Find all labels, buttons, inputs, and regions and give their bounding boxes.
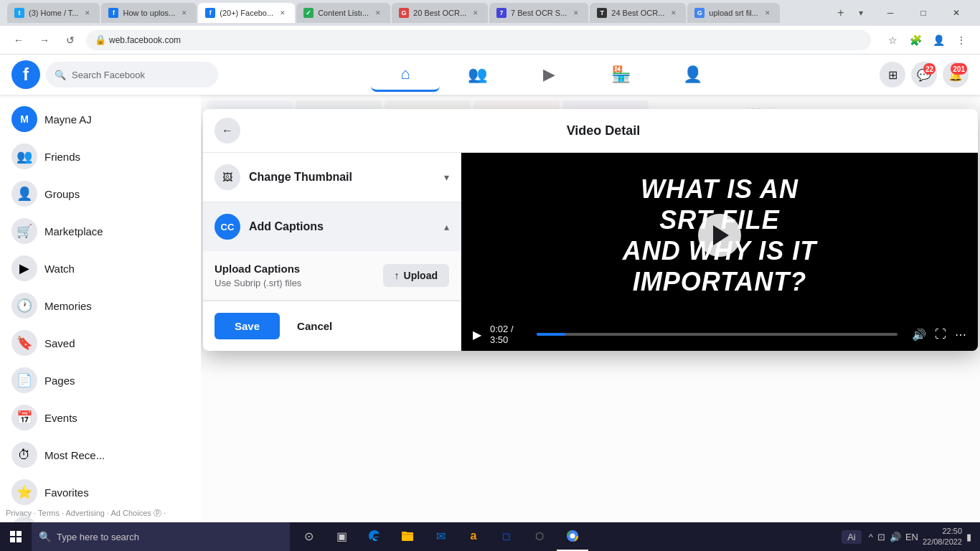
tab-close-button[interactable]: ✕ (179, 8, 189, 18)
tab-tab8[interactable]: G upload srt fil... ✕ (687, 3, 779, 23)
sidebar-label-events: Events (44, 412, 77, 424)
taskbar-app-dropbox[interactable]: ◻ (491, 522, 522, 551)
volume-button[interactable]: 🔊 (912, 328, 926, 342)
nav-groups[interactable]: 👤 (658, 57, 727, 92)
extensions-button[interactable]: 🧩 (905, 30, 925, 50)
video-container: WHAT IS AN SRT FILE AND WHY IS IT IMPORT… (461, 153, 978, 318)
marketplace-icon: 🛒 (11, 218, 37, 244)
taskbar-app-explorer[interactable] (392, 522, 423, 551)
more-options-button[interactable]: ⋯ (955, 328, 966, 342)
minimize-button[interactable]: ─ (874, 2, 907, 24)
taskbar-app-amazon[interactable]: a (458, 522, 489, 551)
taskbar-app-edge[interactable] (359, 522, 390, 551)
fullscreen-button[interactable]: ⛶ (935, 328, 946, 341)
edge-icon (367, 529, 382, 543)
grid-icon[interactable]: ⊞ (880, 62, 905, 88)
explorer-icon (400, 529, 415, 543)
taskbar-apps: ⊙ ▣ ✉ a ◻ ⬡ (290, 522, 591, 551)
tab-close-button[interactable]: ✕ (763, 8, 773, 18)
nav-marketplace[interactable]: 🏪 (586, 57, 655, 92)
tray-network-icon[interactable]: ⊡ (877, 532, 885, 542)
messenger-icon[interactable]: 💬 22 (911, 62, 937, 88)
tab-label: 20 Best OCR... (413, 9, 466, 17)
change-thumbnail-header[interactable]: 🖼 Change Thumbnail ▾ (203, 153, 461, 202)
tab-tab3[interactable]: f (20+) Facebo... ✕ (198, 3, 295, 23)
forward-button[interactable]: → (34, 30, 55, 50)
close-button[interactable]: ✕ (940, 2, 973, 24)
svg-rect-2 (10, 537, 15, 542)
save-button[interactable]: Save (215, 313, 280, 339)
tab-close-button[interactable]: ✕ (278, 8, 288, 18)
video-detail-modal: ← Video Detail 🖼 Change Thumbna (203, 109, 978, 351)
avatar: M (11, 106, 37, 132)
modal-footer: Save Cancel (203, 301, 461, 351)
nav-video[interactable]: ▶ (514, 57, 583, 92)
sidebar-item-events[interactable]: 📅 Events (6, 399, 195, 436)
play-pause-button[interactable]: ▶ (473, 328, 481, 342)
sidebar-item-pages[interactable]: 📄 Pages (6, 362, 195, 399)
taskbar-search-bar[interactable]: 🔍 Type here to search (32, 522, 290, 551)
maximize-button[interactable]: □ (907, 2, 940, 24)
cancel-button[interactable]: Cancel (286, 313, 344, 339)
tab-close-button[interactable]: ✕ (373, 8, 383, 18)
tab-tab1[interactable]: t (3) Home / T... ✕ (7, 3, 100, 23)
upload-button[interactable]: ↑ Upload (383, 264, 449, 287)
progress-bar[interactable] (537, 333, 897, 336)
tab-tab4[interactable]: ✓ Content Listı... ✕ (296, 3, 390, 23)
tray-language-icon[interactable]: EN (905, 532, 918, 542)
captions-label: Add Captions (249, 220, 435, 233)
notifications-icon[interactable]: 🔔 201 (943, 62, 969, 88)
bookmark-button[interactable]: ☆ (882, 30, 903, 50)
sidebar-item-groups[interactable]: 👤 Groups (6, 175, 195, 212)
taskbar-app-taskview[interactable]: ▣ (326, 522, 357, 551)
sidebar-user[interactable]: M Mayne AJ (6, 100, 195, 138)
profile-button[interactable]: 👤 (928, 30, 948, 50)
tray-show-desktop-icon[interactable]: ▮ (966, 532, 971, 542)
tray-clock[interactable]: 22:50 22/08/2022 (923, 526, 962, 548)
address-bar[interactable]: 🔒 web.facebook.com (86, 30, 871, 50)
sidebar-item-memories[interactable]: 🕐 Memories (6, 287, 195, 324)
taskbar-app-mail[interactable]: ✉ (425, 522, 456, 551)
tab-close-button[interactable]: ✕ (471, 8, 481, 18)
nav-home[interactable]: ⌂ (371, 57, 440, 92)
sidebar-item-most-recent[interactable]: ⏱ Most Rece... (6, 436, 195, 474)
tab-close-button[interactable]: ✕ (571, 8, 581, 18)
taskbar-app-db2[interactable]: ⬡ (524, 522, 555, 551)
reload-button[interactable]: ↺ (60, 30, 80, 50)
tab-tab6[interactable]: 7 7 Best OCR S... ✕ (489, 3, 588, 23)
modal-back-button[interactable]: ← (215, 118, 240, 143)
facebook-logo[interactable]: f (11, 60, 40, 89)
tab-overflow-button[interactable]: ▾ (854, 6, 868, 20)
play-button[interactable] (698, 214, 741, 257)
tab-tab2[interactable]: f How to uplos... ✕ (101, 3, 197, 23)
tray-ai-button[interactable]: Ai (842, 530, 862, 544)
taskbar-app-chrome[interactable] (557, 522, 588, 551)
tab-tab5[interactable]: G 20 Best OCR... ✕ (392, 3, 488, 23)
menu-button[interactable]: ⋮ (951, 30, 971, 50)
tab-favicon: f (205, 8, 215, 18)
captions-icon: CC (215, 214, 240, 240)
tab-favicon: 7 (496, 8, 507, 18)
sidebar-label-favorites: Favorites (44, 486, 89, 499)
tab-tab7[interactable]: T 24 Best OCR... ✕ (590, 3, 686, 23)
modal-overlay: ← Video Detail 🖼 Change Thumbna (201, 95, 980, 541)
sidebar-item-favorites[interactable]: ⭐ Favorites (6, 474, 195, 511)
sidebar-item-watch[interactable]: ▶ Watch (6, 250, 195, 287)
tab-label: 7 Best OCR S... (511, 9, 567, 17)
nav-friends[interactable]: 👥 (443, 57, 512, 92)
upload-label: Upload (404, 270, 438, 281)
back-button[interactable]: ← (9, 30, 29, 50)
tab-close-button[interactable]: ✕ (83, 8, 93, 18)
new-tab-button[interactable]: + (831, 3, 851, 23)
taskbar-app-cortana[interactable]: ⊙ (293, 522, 324, 551)
sidebar-item-saved[interactable]: 🔖 Saved (6, 324, 195, 362)
add-captions-header[interactable]: CC Add Captions ▴ (203, 202, 461, 251)
tab-close-button[interactable]: ✕ (669, 8, 679, 18)
svg-rect-1 (17, 531, 22, 536)
start-button[interactable] (0, 522, 32, 551)
tray-show-hidden-icon[interactable]: ^ (869, 532, 873, 542)
tray-volume-icon[interactable]: 🔊 (890, 532, 901, 542)
facebook-search[interactable]: 🔍 Search Facebook (46, 62, 218, 88)
sidebar-item-friends[interactable]: 👥 Friends (6, 138, 195, 175)
sidebar-item-marketplace[interactable]: 🛒 Marketplace (6, 212, 195, 250)
